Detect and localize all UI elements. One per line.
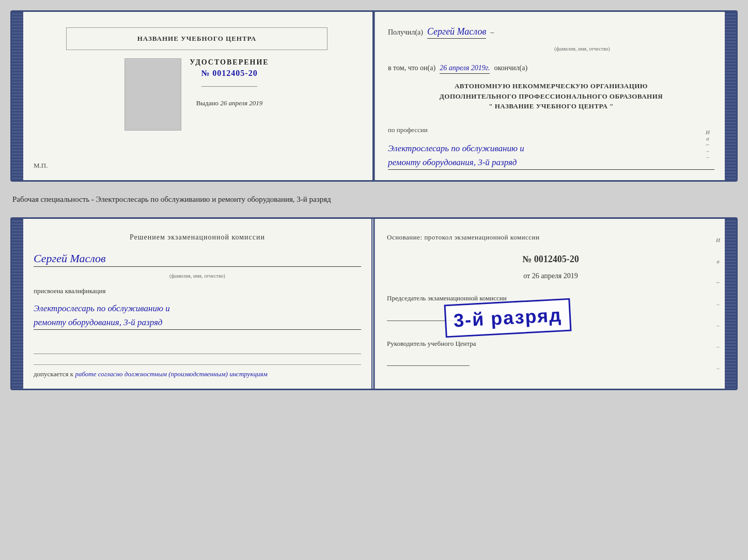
doc2-left: Решением экзаменационной комиссии Сергей… bbox=[23, 219, 372, 389]
profession-line2: ремонту оборудования, 3-й разряд bbox=[388, 155, 714, 169]
side-mark-1e: – bbox=[706, 154, 709, 160]
photo-placeholder-1 bbox=[124, 58, 181, 131]
org-line2: ДОПОЛНИТЕЛЬНОГО ПРОФЕССИОНАЛЬНОГО ОБРАЗО… bbox=[388, 91, 714, 102]
head-label: Руководитель учебного Центра bbox=[387, 340, 714, 348]
issued-label: Выдано bbox=[196, 99, 219, 107]
profession-value: Электрослесарь по обслуживанию и ремонту… bbox=[388, 141, 714, 170]
divider-1 bbox=[201, 86, 257, 87]
qual-line1: Электрослесарь по обслуживанию и bbox=[34, 301, 361, 315]
spine-right-1 bbox=[725, 12, 736, 180]
side-mark-2d: – bbox=[716, 301, 720, 307]
spine-left-2 bbox=[12, 219, 23, 389]
cert-title: УДОСТОВЕРЕНИЕ bbox=[190, 58, 269, 67]
that-row: в том, что он(а) 26 апреля 2019г. окончи… bbox=[388, 62, 714, 74]
recipient-name: Сергей Маслов bbox=[427, 26, 486, 39]
doc-inner-1: НАЗВАНИЕ УЧЕБНОГО ЦЕНТРА УДОСТОВЕРЕНИЕ №… bbox=[23, 12, 725, 180]
profession-label: по профессии bbox=[388, 126, 714, 134]
received-row: Получил(а) Сергей Маслов – bbox=[388, 26, 714, 39]
issued-line: Выдано 26 апреля 2019 bbox=[196, 99, 263, 107]
org-line3: " НАЗВАНИЕ УЧЕБНОГО ЦЕНТРА " bbox=[388, 101, 714, 111]
school-name-text-1: НАЗВАНИЕ УЧЕБНОГО ЦЕНТРА bbox=[137, 35, 257, 43]
signature-line-2 bbox=[387, 365, 470, 366]
basis-title: Основание: протокол экзаменационной коми… bbox=[387, 233, 714, 242]
doc-inner-2: Решением экзаменационной комиссии Сергей… bbox=[23, 219, 725, 389]
received-label: Получил(а) bbox=[388, 28, 423, 37]
side-marks-2: И а ← – – – – bbox=[714, 229, 722, 378]
decision-title: Решением экзаменационной комиссии bbox=[34, 233, 361, 242]
side-mark-1a: И bbox=[706, 129, 710, 135]
protocol-number: № 0012405-20 bbox=[387, 254, 714, 265]
side-mark-2b: а bbox=[716, 258, 720, 264]
cert-number: № 0012405-20 bbox=[190, 69, 269, 78]
fio-label-2: (фамилия, имя, отчество) bbox=[34, 273, 361, 279]
finished-label: окончил(а) bbox=[494, 64, 527, 72]
middle-text: Рабочая специальность - Электрослесарь п… bbox=[10, 191, 738, 208]
fio-label-1: (фамилия, имя, отчество) bbox=[450, 46, 714, 52]
doc-right-1: Получил(а) Сергей Маслов – (фамилия, имя… bbox=[373, 12, 725, 180]
spine-right-2 bbox=[725, 219, 736, 389]
allowed-text: допускается к bbox=[34, 370, 73, 378]
side-mark-2f: – bbox=[716, 343, 720, 349]
qualification-value: Электрослесарь по обслуживанию и ремонту… bbox=[34, 301, 361, 330]
protocol-date-value: 26 апреля 2019 bbox=[532, 272, 578, 280]
doc-left-1: НАЗВАНИЕ УЧЕБНОГО ЦЕНТРА УДОСТОВЕРЕНИЕ №… bbox=[23, 12, 373, 180]
side-mark-1d: – bbox=[706, 148, 709, 154]
date-prefix: от bbox=[523, 272, 530, 280]
person-name-large: Сергей Маслов bbox=[34, 252, 361, 267]
qual-line2: ремонту оборудования, 3-й разряд bbox=[34, 315, 361, 329]
document-card-1: НАЗВАНИЕ УЧЕБНОГО ЦЕНТРА УДОСТОВЕРЕНИЕ №… bbox=[10, 10, 738, 182]
mp-label: М.П. bbox=[34, 162, 48, 170]
side-mark-2c: ← bbox=[715, 279, 721, 285]
cert-title-block: УДОСТОВЕРЕНИЕ № 0012405-20 bbox=[190, 58, 269, 78]
allowed-italic: работе согласно должностным (производств… bbox=[75, 370, 267, 378]
side-mark-1b: а bbox=[706, 135, 709, 141]
that-label: в том, что он(а) bbox=[388, 64, 435, 72]
org-block: АВТОНОМНУЮ НЕКОММЕРЧЕСКУЮ ОРГАНИЗАЦИЮ ДО… bbox=[388, 81, 714, 111]
allowed-line: допускается к работе согласно должностны… bbox=[34, 364, 361, 378]
divider-bottom bbox=[34, 354, 361, 354]
org-line1: АВТОНОМНУЮ НЕКОММЕРЧЕСКУЮ ОРГАНИЗАЦИЮ bbox=[388, 81, 714, 91]
issued-date: 26 апреля 2019 bbox=[220, 99, 262, 107]
allowed-block bbox=[34, 336, 361, 358]
side-mark-2a: И bbox=[716, 237, 720, 243]
profession-line1: Электрослесарь по обслуживанию и bbox=[388, 141, 714, 155]
qualification-label: присвоена квалификация bbox=[34, 287, 361, 295]
completion-date: 26 апреля 2019г. bbox=[440, 64, 490, 74]
spine-left-1 bbox=[12, 12, 23, 180]
doc2-right: Основание: протокол экзаменационной коми… bbox=[372, 219, 725, 389]
stamp: 3-й разряд bbox=[444, 298, 571, 338]
protocol-date: от 26 апреля 2019 bbox=[387, 272, 714, 280]
school-name-box-1: НАЗВАНИЕ УЧЕБНОГО ЦЕНТРА bbox=[66, 27, 328, 50]
left-row-1: УДОСТОВЕРЕНИЕ № 0012405-20 Выдано 26 апр… bbox=[124, 58, 269, 131]
dash-1: – bbox=[490, 28, 494, 37]
side-mark-2e: – bbox=[716, 322, 720, 328]
page-wrapper: НАЗВАНИЕ УЧЕБНОГО ЦЕНТРА УДОСТОВЕРЕНИЕ №… bbox=[10, 10, 738, 390]
cert-center-1: УДОСТОВЕРЕНИЕ № 0012405-20 Выдано 26 апр… bbox=[190, 58, 269, 107]
document-card-2: Решением экзаменационной комиссии Сергей… bbox=[10, 217, 738, 390]
side-mark-1c: ← bbox=[705, 141, 711, 148]
stamp-grade: 3-й разряд bbox=[453, 304, 563, 331]
side-mark-2g: – bbox=[716, 365, 720, 371]
